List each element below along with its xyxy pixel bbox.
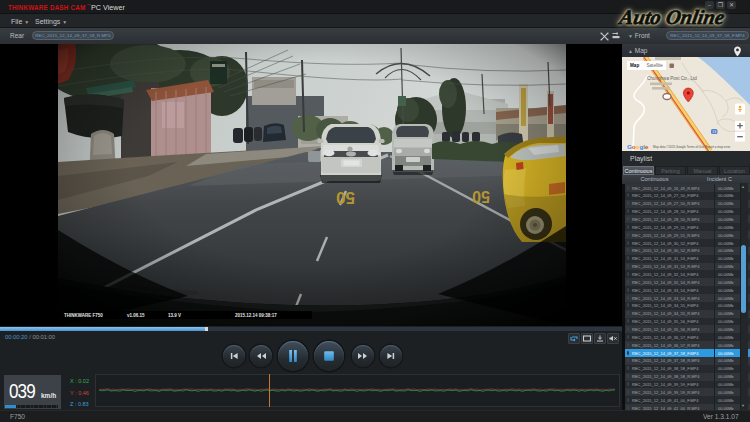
svg-text:Map data ©2015 Google Terms: Map data ©2015 Google Terms of Use Repor… [653,145,730,149]
svg-text:13: 13 [712,130,716,134]
svg-text:Chunghwa Post Co., Ltd: Chunghwa Post Co., Ltd [647,76,697,81]
svg-text:Google: Google [627,143,649,150]
svg-text:2015.12.14 09:38:17: 2015.12.14 09:38:17 [235,313,277,318]
svg-text:THINKWARE F750: THINKWARE F750 [64,313,103,318]
svg-text:13.9 V: 13.9 V [168,313,181,318]
svg-text:Map: Map [630,63,639,68]
svg-text:Satellite: Satellite [647,63,664,68]
svg-text:v1.06.15: v1.06.15 [127,313,145,318]
